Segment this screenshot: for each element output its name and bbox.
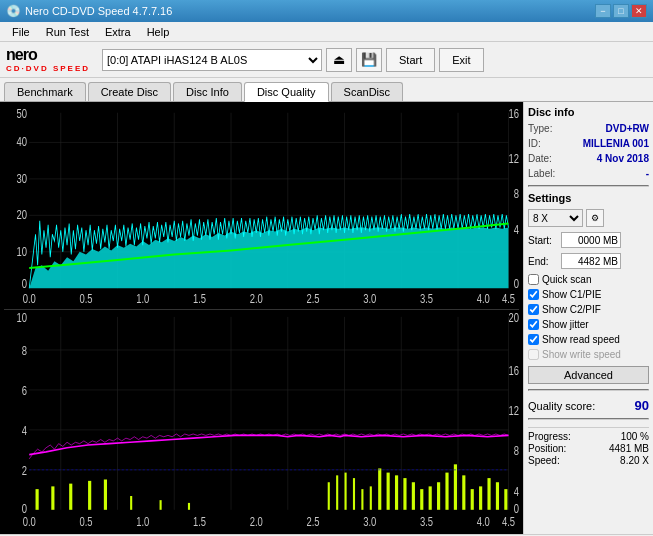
svg-text:3.0: 3.0 [363, 292, 376, 305]
svg-rect-98 [479, 486, 482, 509]
svg-text:1.5: 1.5 [193, 292, 206, 305]
progress-row: Progress: 100 % [528, 431, 649, 442]
quality-value: 90 [635, 398, 649, 413]
svg-text:0.5: 0.5 [79, 515, 92, 528]
svg-text:0.5: 0.5 [79, 292, 92, 305]
svg-rect-92 [429, 486, 432, 509]
svg-rect-89 [403, 478, 406, 510]
svg-rect-83 [353, 478, 355, 510]
title-bar-controls: − □ ✕ [595, 4, 647, 18]
tab-benchmark[interactable]: Benchmark [4, 82, 86, 101]
show-c1pie-checkbox[interactable] [528, 289, 539, 300]
svg-text:20: 20 [17, 208, 28, 221]
disc-id-label: ID: [528, 138, 541, 149]
tab-create-disc[interactable]: Create Disc [88, 82, 171, 101]
eject-button[interactable]: ⏏ [326, 48, 352, 72]
svg-text:2: 2 [22, 464, 27, 477]
svg-rect-85 [370, 486, 372, 509]
progress-section: Progress: 100 % Position: 4481 MB Speed:… [528, 427, 649, 467]
menu-help[interactable]: Help [139, 24, 178, 40]
close-button[interactable]: ✕ [631, 4, 647, 18]
disc-date-value: 4 Nov 2018 [597, 153, 649, 164]
maximize-button[interactable]: □ [613, 4, 629, 18]
svg-rect-78 [160, 500, 162, 510]
progress-label: Progress: [528, 431, 571, 442]
svg-rect-77 [130, 496, 132, 510]
svg-rect-91 [420, 489, 423, 510]
progress-value: 100 % [621, 431, 649, 442]
show-read-speed-row: Show read speed [528, 334, 649, 345]
tab-scan-disc[interactable]: ScanDisc [331, 82, 403, 101]
advanced-button[interactable]: Advanced [528, 366, 649, 384]
svg-text:2.5: 2.5 [306, 292, 319, 305]
right-panel: Disc info Type: DVD+RW ID: MILLENIA 001 … [523, 102, 653, 534]
save-button[interactable]: 💾 [356, 48, 382, 72]
svg-text:3.0: 3.0 [363, 515, 376, 528]
show-read-speed-checkbox[interactable] [528, 334, 539, 345]
app-icon: 💿 [6, 4, 21, 18]
show-c1pie-label: Show C1/PIE [542, 289, 601, 300]
svg-rect-96 [462, 475, 465, 509]
svg-text:16: 16 [508, 107, 519, 120]
svg-rect-86 [378, 468, 381, 509]
upper-chart: 50 40 30 20 10 0 16 12 8 4 0 0.0 0.5 1.0… [4, 106, 519, 310]
svg-rect-97 [471, 489, 474, 510]
end-mb-row: End: [528, 253, 649, 269]
minimize-button[interactable]: − [595, 4, 611, 18]
lower-chart: 10 8 6 4 2 0 20 16 12 8 4 0 0.0 0.5 1.0 … [4, 310, 519, 530]
svg-text:0: 0 [22, 277, 27, 290]
svg-rect-36 [4, 310, 519, 530]
start-input[interactable] [561, 232, 621, 248]
svg-text:0: 0 [22, 501, 27, 514]
quick-scan-label: Quick scan [542, 274, 591, 285]
svg-rect-95 [454, 464, 457, 509]
svg-rect-100 [496, 482, 499, 510]
speed-value: 8.20 X [620, 455, 649, 466]
show-write-speed-checkbox[interactable] [528, 349, 539, 360]
svg-rect-88 [395, 475, 398, 509]
svg-rect-101 [504, 489, 507, 510]
svg-text:20: 20 [508, 311, 519, 324]
svg-text:30: 30 [17, 172, 28, 185]
svg-text:2.0: 2.0 [250, 292, 263, 305]
start-button[interactable]: Start [386, 48, 435, 72]
svg-rect-73 [51, 486, 54, 509]
show-c2pif-checkbox[interactable] [528, 304, 539, 315]
svg-text:8: 8 [514, 443, 519, 456]
svg-text:0.0: 0.0 [23, 292, 36, 305]
svg-text:4.0: 4.0 [477, 515, 490, 528]
show-write-speed-row: Show write speed [528, 349, 649, 360]
svg-text:1.5: 1.5 [193, 515, 206, 528]
position-label: Position: [528, 443, 566, 454]
nero-logo-subtitle: CD·DVD SPEED [6, 64, 90, 73]
show-jitter-row: Show jitter [528, 319, 649, 330]
svg-rect-99 [487, 478, 490, 510]
menu-run-test[interactable]: Run Test [38, 24, 97, 40]
speed-label: Speed: [528, 455, 560, 466]
tab-disc-quality[interactable]: Disc Quality [244, 82, 329, 102]
svg-rect-79 [188, 502, 190, 509]
menu-file[interactable]: File [4, 24, 38, 40]
svg-text:0: 0 [514, 501, 519, 514]
exit-button[interactable]: Exit [439, 48, 483, 72]
show-c2pif-row: Show C2/PIF [528, 304, 649, 315]
svg-text:2.5: 2.5 [306, 515, 319, 528]
speed-selector[interactable]: 8 X [528, 209, 583, 227]
show-c2pif-label: Show C2/PIF [542, 304, 601, 315]
quick-scan-checkbox[interactable] [528, 274, 539, 285]
quick-scan-row: Quick scan [528, 274, 649, 285]
title-text: Nero CD-DVD Speed 4.7.7.16 [25, 5, 172, 17]
lower-chart-svg: 10 8 6 4 2 0 20 16 12 8 4 0 0.0 0.5 1.0 … [4, 310, 519, 530]
settings-icon[interactable]: ⚙ [586, 209, 604, 227]
tab-disc-info[interactable]: Disc Info [173, 82, 242, 101]
menu-extra[interactable]: Extra [97, 24, 139, 40]
disc-id-row: ID: MILLENIA 001 [528, 138, 649, 149]
upper-chart-svg: 50 40 30 20 10 0 16 12 8 4 0 0.0 0.5 1.0… [4, 106, 519, 309]
drive-selector[interactable]: [0:0] ATAPI iHAS124 B AL0S [102, 49, 322, 71]
svg-text:3.5: 3.5 [420, 515, 433, 528]
show-jitter-checkbox[interactable] [528, 319, 539, 330]
show-write-speed-label: Show write speed [542, 349, 621, 360]
end-input[interactable] [561, 253, 621, 269]
svg-text:6: 6 [22, 384, 27, 397]
disc-type-value: DVD+RW [606, 123, 649, 134]
